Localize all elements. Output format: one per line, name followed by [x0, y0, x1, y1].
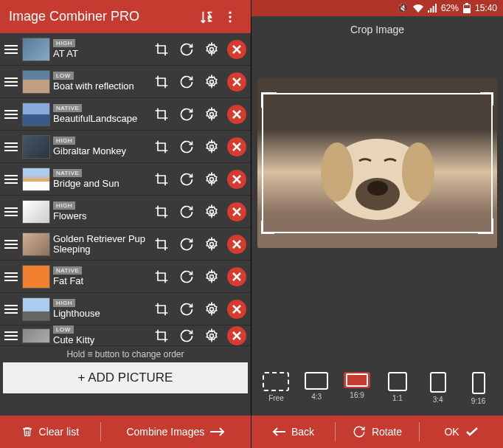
delete-icon[interactable] — [227, 137, 246, 156]
add-picture-button[interactable]: + ADD PICTURE — [3, 362, 248, 393]
thumbnail[interactable] — [22, 103, 50, 126]
drag-handle-icon[interactable] — [3, 74, 19, 90]
crop-icon[interactable] — [150, 71, 173, 93]
delete-icon[interactable] — [227, 40, 246, 59]
rotate-icon[interactable] — [176, 325, 198, 347]
rotate-icon[interactable] — [176, 266, 198, 288]
rotate-icon[interactable] — [176, 103, 198, 125]
item-label: NATIVE Fat Fat — [53, 266, 148, 286]
ratio-1-1[interactable]: 1:1 — [380, 372, 415, 405]
thumbnail[interactable] — [22, 265, 50, 289]
thumbnail[interactable] — [22, 328, 50, 343]
clear-list-button[interactable]: Clear list — [0, 416, 100, 448]
delete-icon[interactable] — [227, 105, 246, 124]
item-label: HIGH AT AT — [53, 39, 148, 59]
thumbnail[interactable] — [22, 200, 50, 224]
delete-icon[interactable] — [227, 202, 246, 221]
rotate-icon[interactable] — [176, 136, 198, 158]
ratio-4-3[interactable]: 4:3 — [299, 372, 334, 405]
ratio-3-4[interactable]: 3:4 — [420, 372, 456, 405]
svg-point-0 — [229, 11, 231, 13]
image-preview[interactable] — [257, 78, 497, 248]
crop-icon[interactable] — [150, 325, 173, 347]
drag-handle-icon[interactable] — [3, 171, 19, 187]
item-name: Cute Kitty — [53, 335, 148, 345]
item-name: Lighthouse — [53, 309, 148, 319]
item-name: BeautifulLandscape — [53, 114, 148, 124]
rotate-icon[interactable] — [176, 201, 198, 223]
crop-pane: 🔇 62% 15:40 Crop Image Free 4:3 — [252, 0, 503, 448]
settings-icon[interactable] — [201, 71, 223, 93]
crop-frame[interactable] — [262, 93, 493, 233]
drag-handle-icon[interactable] — [3, 269, 19, 285]
back-button[interactable]: Back — [252, 416, 335, 448]
crop-handle-tr[interactable] — [480, 92, 493, 106]
overflow-menu-icon[interactable] — [218, 5, 242, 29]
crop-icon[interactable] — [150, 168, 173, 190]
ratio-free[interactable]: Free — [258, 372, 294, 405]
delete-icon[interactable] — [227, 326, 246, 345]
svg-point-12 — [210, 334, 214, 337]
rotate-icon[interactable] — [176, 38, 198, 61]
thumbnail[interactable] — [22, 38, 50, 61]
settings-icon[interactable] — [201, 325, 223, 347]
item-name: Bridge and Sun — [53, 179, 148, 189]
drag-handle-icon[interactable] — [3, 236, 19, 252]
sort-az-icon[interactable] — [195, 5, 218, 29]
settings-icon[interactable] — [201, 201, 223, 223]
crop-icon[interactable] — [150, 233, 173, 255]
crop-icon[interactable] — [150, 201, 173, 223]
delete-icon[interactable] — [227, 235, 246, 254]
delete-icon[interactable] — [227, 300, 246, 319]
thumbnail[interactable] — [22, 70, 50, 94]
rotate-icon[interactable] — [176, 233, 198, 255]
settings-icon[interactable] — [201, 38, 223, 61]
drag-handle-icon[interactable] — [3, 204, 19, 220]
drag-handle-icon[interactable] — [3, 301, 19, 317]
ratio-label: 16:9 — [350, 391, 364, 399]
rotate-button[interactable]: Rotate — [336, 416, 419, 448]
delete-icon[interactable] — [227, 267, 246, 286]
wifi-icon — [413, 4, 423, 13]
list-item: HIGH Lighthouse — [0, 293, 251, 325]
crop-handle-bl[interactable] — [261, 221, 274, 234]
crop-icon[interactable] — [150, 136, 173, 158]
thumbnail[interactable] — [22, 232, 50, 256]
ratio-16-9[interactable]: 16:9 — [339, 372, 375, 405]
combine-images-button[interactable]: Combine Images — [101, 416, 251, 448]
settings-icon[interactable] — [201, 168, 223, 190]
crop-title: Crop Image — [252, 16, 503, 41]
ratio-9-16[interactable]: 9:16 — [461, 372, 496, 405]
settings-icon[interactable] — [201, 298, 223, 320]
ok-button[interactable]: OK — [420, 416, 503, 448]
settings-icon[interactable] — [201, 233, 223, 255]
drag-handle-icon[interactable] — [3, 139, 19, 155]
thumbnail[interactable] — [22, 297, 50, 321]
thumbnail[interactable] — [22, 135, 50, 159]
crop-icon[interactable] — [150, 103, 173, 125]
crop-icon[interactable] — [150, 38, 173, 61]
app-title: Image Combiner PRO — [9, 9, 195, 24]
item-label: Golden Retriever Pup Sleeping — [53, 234, 148, 255]
settings-icon[interactable] — [201, 266, 223, 288]
drag-handle-icon[interactable] — [3, 41, 19, 58]
item-label: NATIVE Bridge and Sun — [53, 169, 148, 189]
delete-icon[interactable] — [227, 170, 246, 189]
thumbnail[interactable] — [22, 168, 50, 191]
rotate-icon[interactable] — [176, 168, 198, 190]
settings-icon[interactable] — [201, 103, 223, 125]
settings-icon[interactable] — [201, 136, 223, 158]
combine-images-label: Combine Images — [126, 426, 204, 438]
crop-icon[interactable] — [150, 298, 173, 320]
crop-icon[interactable] — [150, 266, 173, 288]
aspect-ratio-bar: Free 4:3 16:9 1:1 3:4 9:16 — [252, 366, 503, 411]
rotate-icon[interactable] — [176, 71, 198, 93]
back-label: Back — [291, 426, 314, 438]
delete-icon[interactable] — [227, 72, 246, 92]
drag-handle-icon[interactable] — [3, 328, 19, 344]
rotate-icon[interactable] — [176, 298, 198, 320]
footer-right: Back Rotate OK — [252, 416, 503, 448]
drag-handle-icon[interactable] — [3, 106, 19, 123]
list-item: NATIVE Fat Fat — [0, 261, 251, 293]
ok-label: OK — [444, 426, 459, 438]
